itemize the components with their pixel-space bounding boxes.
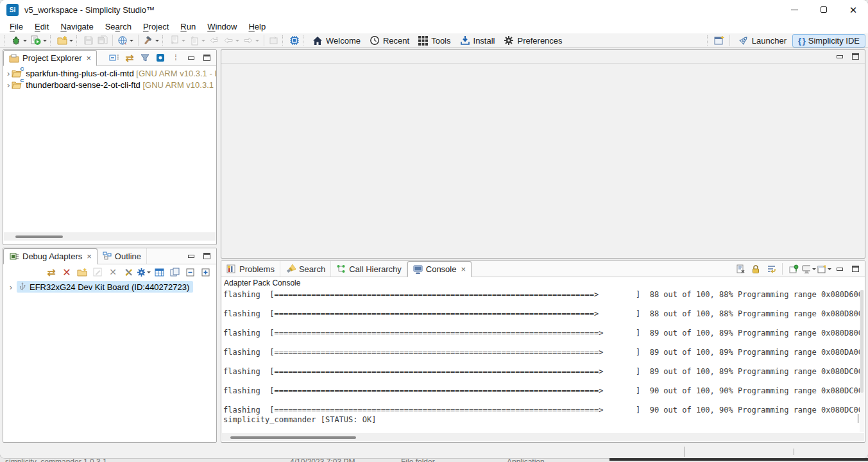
close-tab-icon[interactable]: × <box>461 264 466 274</box>
tab-project-explorer[interactable]: Project Explorer × <box>3 50 97 66</box>
selected-adapter[interactable]: EFR32xG24 Dev Kit Board (ID:440272723) <box>17 281 193 293</box>
console-line: flashing [==============================… <box>223 309 860 319</box>
clear-console-button[interactable] <box>733 262 747 275</box>
delete-button[interactable]: ✕ <box>106 266 120 278</box>
minimize-view-button[interactable] <box>833 262 847 275</box>
collapse-all-button[interactable] <box>183 266 197 278</box>
project-explorer-hscrollbar[interactable] <box>4 232 216 241</box>
dropdown-arrow-icon[interactable] <box>812 268 816 270</box>
tab-call-hierarchy[interactable]: Call Hierarchy <box>331 261 407 277</box>
open-console-button[interactable] <box>817 262 831 275</box>
toolbar-separator <box>729 35 730 46</box>
perspective-simplicity-ide-button[interactable]: { } Simplicity IDE <box>792 34 865 47</box>
scroll-lock-button[interactable] <box>749 262 763 275</box>
tab-problems[interactable]: Problems <box>221 261 280 277</box>
problems-tab-icon <box>226 264 236 273</box>
maximize-window-button[interactable] <box>809 0 838 19</box>
maximize-view-button[interactable] <box>200 51 214 64</box>
menu-item-help[interactable]: Help <box>243 21 271 33</box>
word-wrap-button[interactable] <box>764 262 778 275</box>
build-button[interactable] <box>141 34 161 47</box>
console-output[interactable]: flashing [==============================… <box>221 290 860 432</box>
run-icon <box>31 35 41 46</box>
table-view-button[interactable] <box>152 266 166 278</box>
welcome-button[interactable]: Welcome <box>308 34 365 47</box>
clipped-desktop-text: 4/10/2023 7:03 PM <box>290 458 355 462</box>
call-hierarchy-icon <box>336 264 346 273</box>
close-tab-icon[interactable]: × <box>86 53 91 63</box>
menu-item-file[interactable]: File <box>4 21 29 33</box>
hscrollbar-thumb[interactable] <box>230 436 356 439</box>
maximize-view-button[interactable] <box>848 50 862 63</box>
taskbar-edge <box>609 458 868 461</box>
menu-item-search[interactable]: Search <box>99 21 137 33</box>
minimize-view-button[interactable] <box>184 51 198 64</box>
close-tab-icon[interactable]: × <box>87 252 92 261</box>
flash-programmer-button[interactable] <box>287 34 302 47</box>
vscrollbar-thumb[interactable] <box>860 290 864 393</box>
maximize-view-button[interactable] <box>848 262 862 275</box>
project-row-sparkfun[interactable]: › C sparkfun-thing-plus-ot-cli-mtd [GNU … <box>3 67 216 79</box>
minimize-view-button[interactable] <box>833 50 847 63</box>
tab-debug-adapters[interactable]: Debug Adapters × <box>3 248 98 264</box>
maximize-view-button[interactable] <box>200 250 214 262</box>
tab-search[interactable]: Search <box>280 261 331 277</box>
project-explorer-tab-label: Project Explorer <box>22 53 81 63</box>
menu-item-run[interactable]: Run <box>174 21 201 33</box>
debug-button[interactable] <box>9 34 29 47</box>
copy-view-button[interactable] <box>167 266 182 278</box>
menu-item-project[interactable]: Project <box>137 21 174 33</box>
open-perspective-icon <box>714 35 725 46</box>
editor-window-controls <box>833 50 865 63</box>
dropdown-arrow-icon[interactable] <box>69 40 73 42</box>
menu-item-window[interactable]: Window <box>201 21 243 33</box>
connect-adapter-button[interactable]: ⇄ <box>44 266 58 278</box>
recent-button[interactable]: Recent <box>365 34 414 47</box>
toolbar-separator <box>162 35 166 46</box>
install-button[interactable]: Install <box>455 34 500 47</box>
dropdown-arrow-icon[interactable] <box>828 268 831 270</box>
menu-item-navigate[interactable]: Navigate <box>55 21 99 33</box>
view-menu-button[interactable]: ⁞ <box>169 51 183 64</box>
expand-chevron-icon[interactable]: › <box>7 69 10 78</box>
close-window-button[interactable]: ✕ <box>838 0 868 19</box>
project-row-thunderboard[interactable]: › C thunderboard-sense-2-ot-cli-ftd [GNU… <box>3 79 216 90</box>
dropdown-arrow-icon[interactable] <box>23 40 27 42</box>
tab-console[interactable]: Console × <box>407 261 472 277</box>
console-vscrollbar[interactable] <box>860 290 864 432</box>
network-analyzer-button[interactable] <box>115 34 135 47</box>
adapter-tools-button[interactable] <box>121 266 135 278</box>
link-with-editor-button[interactable]: ⇄ <box>123 51 137 64</box>
si-view-menu-button[interactable] <box>153 51 167 64</box>
filter-button[interactable] <box>138 51 152 64</box>
hammer-icon <box>143 35 153 46</box>
dropdown-arrow-icon[interactable] <box>147 271 151 273</box>
console-hscrollbar[interactable] <box>222 433 864 441</box>
hscrollbar-thumb[interactable] <box>15 235 63 238</box>
collapse-all-button[interactable] <box>107 51 121 64</box>
expand-chevron-icon[interactable]: › <box>7 282 15 292</box>
adapter-settings-button[interactable] <box>137 266 151 278</box>
adapter-row-efr32[interactable]: › EFR32xG24 Dev Kit Board (ID:440272723) <box>3 281 216 293</box>
menu-item-edit[interactable]: Edit <box>29 21 55 33</box>
open-perspective-button[interactable] <box>712 34 727 47</box>
new-wizard-button[interactable] <box>55 34 75 47</box>
dropdown-arrow-icon[interactable] <box>43 40 47 42</box>
expand-chevron-icon[interactable]: › <box>7 80 10 90</box>
tools-button[interactable]: Tools <box>414 34 455 47</box>
dropdown-arrow-icon[interactable] <box>130 40 133 42</box>
new-group-button[interactable] <box>75 266 89 278</box>
preferences-button[interactable]: Preferences <box>499 34 566 47</box>
console-line: flashing [==============================… <box>223 348 860 357</box>
expand-all-button[interactable] <box>198 266 212 278</box>
minimize-window-button[interactable] <box>779 0 809 19</box>
tab-outline[interactable]: Outline <box>98 248 147 264</box>
minimize-view-button[interactable] <box>184 250 198 262</box>
close-icon: ✕ <box>849 5 858 15</box>
display-console-button[interactable] <box>802 262 816 275</box>
run-button[interactable] <box>29 34 49 47</box>
perspective-launcher-button[interactable]: Launcher <box>733 34 792 47</box>
dropdown-arrow-icon[interactable] <box>155 40 159 42</box>
pin-console-button[interactable] <box>787 262 801 275</box>
disconnect-adapter-button[interactable]: ✕ <box>60 266 74 278</box>
